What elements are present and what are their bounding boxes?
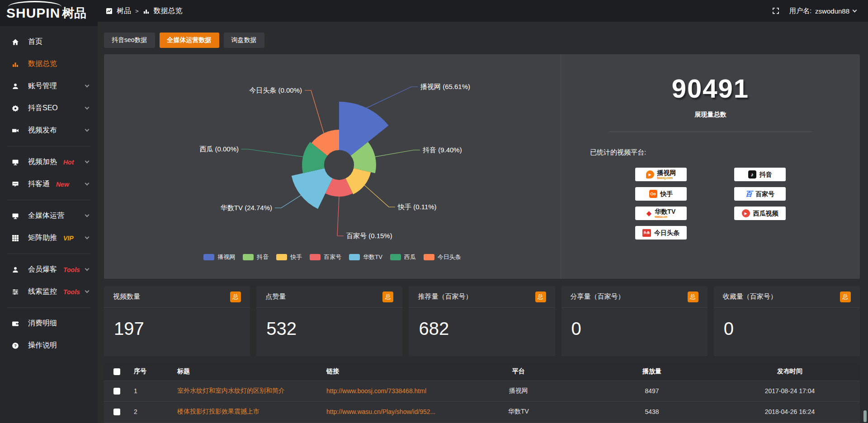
legend-item-百家号[interactable]: 百家号: [310, 253, 341, 261]
chevron-down-icon: [85, 127, 90, 132]
sidebar-item-home[interactable]: 首页: [0, 31, 98, 53]
platform-subtext: boosj.com: [657, 176, 676, 179]
column-header: 序号: [129, 362, 173, 381]
stat-card-value: 532: [256, 308, 402, 339]
stat-card-value: 682: [409, 308, 555, 339]
stat-card-video-count: 视频数量 总 197: [104, 286, 250, 356]
total-badge: 总: [535, 291, 546, 302]
sidebar-item-operation-guide[interactable]: ?操作说明: [0, 334, 98, 357]
pie-label-line: [367, 87, 418, 108]
rose-chart-svg[interactable]: 播视网 (65.61%)抖音 (9.40%)快手 (0.11%)百家号 (0.1…: [104, 54, 561, 252]
sidebar-item-member-baoke[interactable]: 会员爆客Tools: [0, 258, 98, 281]
legend-item-今日头条[interactable]: 今日头条: [424, 253, 461, 261]
sidebar-item-label: 全媒体运营: [28, 211, 64, 221]
legend-color-chip: [276, 254, 287, 260]
stat-card-title: 收藏量（百家号）: [723, 292, 777, 301]
row-platform: 华数TV: [453, 401, 584, 422]
table-row: 2 楼体投影灯投影效果震撼上市 http://www.wasu.cn/Play/…: [104, 401, 860, 422]
sidebar-item-omnimedia-operation[interactable]: 全媒体运营: [0, 205, 98, 227]
stat-card-header: 分享量（百家号） 总: [561, 286, 708, 308]
pie-label-line: [275, 195, 301, 208]
legend-item-华数TV[interactable]: 华数TV: [349, 253, 382, 261]
sidebar-menu: 首页数据总览账号管理抖音SEO视频发布视频加热Hot抖客通New全媒体运营矩阵助…: [0, 26, 98, 357]
legend-item-播视网[interactable]: 播视网: [203, 253, 235, 261]
platform-name: 百家号: [755, 191, 774, 197]
legend-color-chip: [243, 254, 254, 260]
chevron-down-icon: [85, 289, 90, 293]
platform-badge-column: ♪抖音百百家号▶西瓜视频: [734, 168, 786, 240]
scrollbar-track[interactable]: [863, 24, 867, 423]
pie-label: 西瓜 (0.00%): [199, 145, 239, 153]
row-select-cell: [104, 381, 129, 401]
rose-chart[interactable]: 播视网 (65.61%)抖音 (9.40%)快手 (0.11%)百家号 (0.1…: [104, 54, 561, 279]
tab-omnimedia-operation-data[interactable]: 全媒体运营数据: [160, 33, 219, 48]
sidebar-item-data-overview[interactable]: 数据总览: [0, 53, 98, 75]
row-time: 2018-04-26 16:24: [720, 401, 860, 422]
legend-item-抖音[interactable]: 抖音: [243, 253, 269, 261]
home-icon: [12, 38, 21, 46]
pie-label: 播视网 (65.61%): [420, 83, 470, 90]
platform-name: 播视网: [657, 169, 676, 176]
baijiahao-logo-icon: 百: [745, 190, 752, 198]
sidebar-item-matrix-boost[interactable]: 矩阵助推VIP: [0, 227, 98, 249]
legend-color-chip: [203, 254, 214, 260]
table-row: 1 室外水纹灯和室内水纹灯的区别和简介 http://www.boosj.com…: [104, 381, 860, 401]
row-title-link[interactable]: 室外水纹灯和室内水纹灯的区别和简介: [173, 381, 322, 401]
sidebar-divider: [7, 146, 90, 146]
summary-panel: 90491 展现量总数 已统计的视频平台: ▶播视网boosj.comOo快手◆…: [561, 54, 860, 279]
pie-slice-华数TV[interactable]: [292, 168, 333, 209]
sidebar-item-doukotong[interactable]: 抖客通New: [0, 173, 98, 195]
row-time: 2017-08-24 17:04: [720, 381, 860, 401]
tab-douyin-seo-data[interactable]: 抖音seo数据: [104, 33, 155, 48]
sidebar-item-douyin-seo[interactable]: 抖音SEO: [0, 97, 98, 119]
stat-card-favorite-count: 收藏量（百家号） 总 0: [714, 286, 860, 356]
chevron-down-icon: [853, 8, 857, 12]
legend-item-西瓜[interactable]: 西瓜: [390, 253, 416, 261]
row-title-link[interactable]: 楼体投影灯投影效果震撼上市: [173, 401, 322, 422]
total-badge: 总: [230, 291, 241, 302]
column-header: 平台: [453, 362, 584, 381]
legend-label: 播视网: [217, 253, 235, 261]
chat-icon: [12, 181, 21, 188]
platform-badge-baijiahao: 百百家号: [734, 187, 786, 201]
row-plays: 5438: [584, 401, 720, 422]
breadcrumb-root[interactable]: 树品: [117, 6, 131, 16]
overview-panel: 播视网 (65.61%)抖音 (9.40%)快手 (0.11%)百家号 (0.1…: [104, 54, 860, 279]
grid-icon: [12, 235, 21, 242]
total-impressions-value: 90491: [561, 73, 860, 103]
tab-inquiry-data[interactable]: 询盘数据: [224, 33, 264, 48]
row-checkbox[interactable]: [113, 388, 120, 395]
chevron-down-icon: [85, 181, 90, 186]
platform-badges: ▶播视网boosj.comOo快手◆华数TVwasu.cn头条今日头条♪抖音百百…: [561, 168, 860, 240]
sidebar-item-lead-monitoring[interactable]: 线索监控Tools: [0, 281, 98, 303]
stat-card-title: 视频数量: [113, 292, 140, 301]
chevron-down-icon: [85, 213, 90, 217]
sidebar-divider: [7, 307, 90, 308]
sidebar-item-video-publish[interactable]: 视频发布: [0, 119, 98, 141]
pie-label: 快手 (0.11%): [397, 203, 437, 211]
user-dropdown[interactable]: 用户名: zswodun88: [789, 7, 856, 15]
platforms-label: 已统计的视频平台:: [590, 148, 860, 157]
legend-item-快手[interactable]: 快手: [276, 253, 302, 261]
sidebar-item-video-heating[interactable]: 视频加热Hot: [0, 151, 98, 173]
row-checkbox[interactable]: [113, 409, 120, 415]
sidebar-item-consumption-details[interactable]: 消费明细: [0, 312, 98, 334]
scrollbar-thumb[interactable]: [863, 410, 867, 422]
fullscreen-icon[interactable]: [772, 7, 779, 14]
pie-label-line: [305, 90, 324, 133]
column-header: 标题: [173, 362, 322, 381]
monitor-icon: [12, 159, 21, 166]
legend-label: 西瓜: [404, 253, 416, 261]
row-url-link[interactable]: http://www.wasu.cn/Play/show/id/952...: [322, 401, 453, 422]
douyin-logo-icon: ♪: [748, 170, 756, 179]
breadcrumb-current[interactable]: 数据总览: [154, 6, 183, 16]
sidebar-divider: [7, 200, 90, 200]
row-url-link[interactable]: http://www.boosj.com/7338468.html: [322, 381, 453, 401]
platform-badge-wasu: ◆华数TVwasu.cn: [635, 207, 687, 220]
total-badge: 总: [688, 291, 698, 302]
sidebar-item-account-management[interactable]: 账号管理: [0, 75, 98, 97]
topbar: 树品 > 数据总览 用户名: zswodun88: [98, 0, 868, 22]
select-all-checkbox[interactable]: [113, 368, 120, 375]
app-logo: SHUPIN 树品: [0, 0, 98, 26]
pie-label: 今日头条 (0.00%): [249, 86, 302, 94]
